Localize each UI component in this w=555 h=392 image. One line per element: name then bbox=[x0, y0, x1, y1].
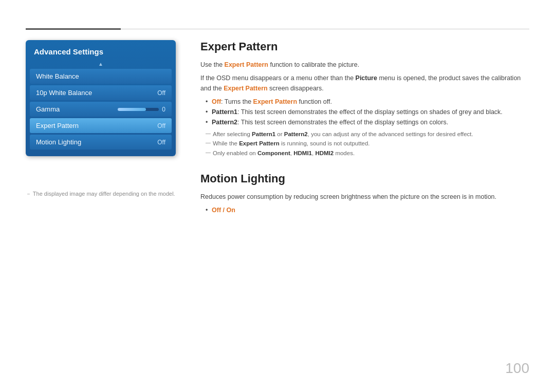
motion-lighting-title: Motion Lighting bbox=[200, 172, 529, 185]
top-line-dark bbox=[26, 28, 121, 30]
sidebar-item-label: Expert Pattern bbox=[36, 122, 79, 129]
top-lines bbox=[26, 28, 529, 30]
sidebar-title: Advanced Settings bbox=[26, 40, 176, 61]
motion-lighting-para1: Reduces power consumption by reducing sc… bbox=[200, 192, 529, 202]
sidebar-item-10p-white-balance[interactable]: 10p White Balance Off bbox=[30, 85, 172, 100]
dash-pattern-adjust: After selecting Pattern1 or Pattern2, yo… bbox=[206, 129, 529, 139]
sidebar-item-label: 10p White Balance bbox=[36, 89, 92, 97]
sidebar-item-gamma[interactable]: Gamma 0 bbox=[30, 102, 172, 117]
gamma-slider-wrap: 0 bbox=[118, 106, 165, 113]
expert-pattern-bullets: Off: Turns the Expert Pattern function o… bbox=[206, 97, 529, 127]
picture-highlight: Picture bbox=[356, 74, 377, 82]
expert-pattern-para2: If the OSD menu disappears or a menu oth… bbox=[200, 73, 529, 94]
expert-pattern-section: Expert Pattern Use the Expert Pattern fu… bbox=[200, 40, 529, 158]
dash-hdmi2: HDMI2 bbox=[315, 150, 334, 156]
sidebar-note: The displayed image may differ depending… bbox=[26, 190, 175, 198]
sidebar-item-label: White Balance bbox=[36, 72, 79, 80]
gamma-slider bbox=[118, 108, 159, 111]
sidebar-item-white-balance[interactable]: White Balance bbox=[30, 69, 172, 84]
sidebar-item-expert-pattern[interactable]: Expert Pattern Off bbox=[30, 118, 172, 133]
dash-component: Component bbox=[257, 150, 290, 156]
motion-lighting-bullets: Off / On bbox=[206, 205, 529, 215]
sidebar-item-label: Gamma bbox=[36, 105, 60, 113]
dash-sound: While the Expert Pattern is running, sou… bbox=[206, 139, 529, 148]
top-line-light bbox=[121, 29, 529, 29]
expert-pattern-highlight1: Expert Pattern bbox=[225, 61, 268, 68]
dash-expert-pattern: Expert Pattern bbox=[239, 140, 280, 146]
bullet-off: Off: Turns the Expert Pattern function o… bbox=[206, 97, 529, 107]
sidebar-item-value: Off bbox=[157, 89, 165, 97]
expert-pattern-dashes: After selecting Pattern1 or Pattern2, yo… bbox=[206, 129, 529, 158]
bullet-off-highlight: Expert Pattern bbox=[253, 98, 297, 105]
expert-pattern-title: Expert Pattern bbox=[200, 40, 529, 53]
motion-lighting-section: Motion Lighting Reduces power consumptio… bbox=[200, 172, 529, 215]
dash-component: Only enabled on Component, HDMI1, HDMI2 … bbox=[206, 148, 529, 158]
motion-lighting-body: Reduces power consumption by reducing sc… bbox=[200, 192, 529, 215]
expert-pattern-body: Use the Expert Pattern function to calib… bbox=[200, 60, 529, 158]
bullet-off-label: Off bbox=[212, 98, 221, 105]
bullet-pattern2-label: Pattern2 bbox=[212, 119, 237, 126]
dash-pattern1: Pattern1 bbox=[252, 131, 275, 137]
bullet-pattern2: Pattern2: This test screen demonstrates … bbox=[206, 117, 529, 127]
bullet-off-on: Off / On bbox=[206, 205, 529, 215]
main-content: Expert Pattern Use the Expert Pattern fu… bbox=[200, 40, 529, 217]
sidebar-item-label: Motion Lighting bbox=[36, 138, 81, 146]
bullet-pattern1: Pattern1: This test screen demonstrates … bbox=[206, 107, 529, 117]
sidebar-arrow: ▲ bbox=[26, 61, 176, 67]
sidebar-item-value: Off bbox=[157, 122, 165, 129]
bullet-pattern1-label: Pattern1 bbox=[212, 108, 237, 116]
expert-pattern-highlight2: Expert Pattern bbox=[224, 85, 267, 92]
gamma-slider-fill bbox=[118, 108, 146, 111]
page-number: 100 bbox=[505, 360, 529, 377]
expert-pattern-para1: Use the Expert Pattern function to calib… bbox=[200, 60, 529, 70]
sidebar-item-value: Off bbox=[157, 139, 165, 146]
dash-hdmi1: HDMI1 bbox=[293, 150, 312, 156]
advanced-settings-panel: Advanced Settings ▲ White Balance 10p Wh… bbox=[26, 40, 176, 156]
dash-pattern2: Pattern2 bbox=[284, 131, 308, 137]
bullet-off-on-label: Off / On bbox=[212, 207, 235, 214]
gamma-value: 0 bbox=[162, 106, 165, 113]
sidebar-item-motion-lighting[interactable]: Motion Lighting Off bbox=[30, 135, 172, 150]
